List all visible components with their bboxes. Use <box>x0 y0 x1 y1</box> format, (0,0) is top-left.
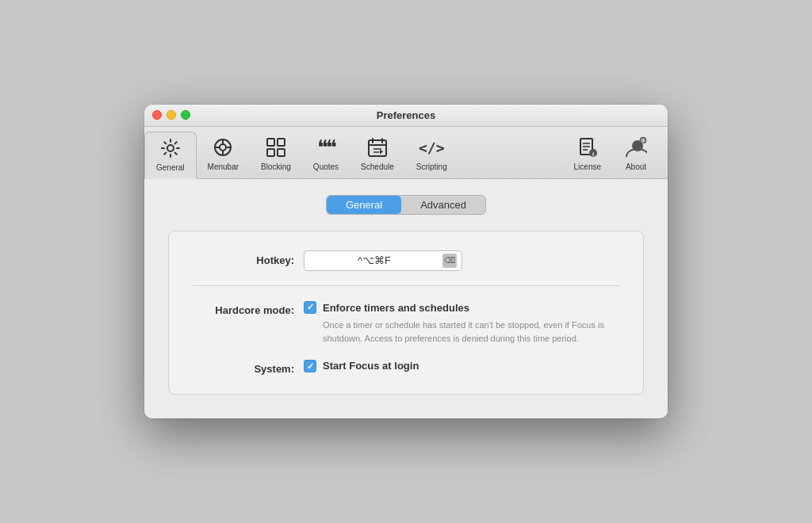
svg-text:i: i <box>592 151 594 158</box>
toolbar-item-menubar[interactable]: Menubar <box>197 132 250 178</box>
system-control: ✓ Start Focus at login <box>304 359 619 373</box>
blocking-icon <box>263 135 289 160</box>
hotkey-value: ^⌥⌘F <box>309 254 439 266</box>
toolbar-item-quotes[interactable]: ❝❝ Quotes <box>302 132 350 178</box>
hardcore-control: ✓ Enforce timers and schedules Once a ti… <box>304 300 619 345</box>
toolbar-item-license[interactable]: i License <box>563 132 612 178</box>
schedule-icon <box>365 135 390 160</box>
segment-control: General Advanced <box>168 195 644 215</box>
content-area: General Advanced Hotkey: ^⌥⌘F ⌫ <box>144 179 668 418</box>
svg-rect-11 <box>369 140 386 156</box>
traffic-lights <box>152 110 190 120</box>
general-icon <box>158 136 183 161</box>
svg-text:?: ? <box>642 139 645 144</box>
preferences-window: Preferences General <box>144 105 668 418</box>
quotes-icon: ❝❝ <box>313 135 339 160</box>
menubar-label: Menubar <box>208 162 239 171</box>
toolbar: General Menubar <box>144 127 668 179</box>
maximize-button[interactable] <box>181 110 190 120</box>
system-checkmark: ✓ <box>307 361 314 372</box>
hotkey-label: Hotkey: <box>193 250 304 266</box>
schedule-label: Schedule <box>361 162 394 171</box>
blocking-label: Blocking <box>261 162 291 171</box>
hotkey-clear-icon: ⌫ <box>444 256 455 265</box>
hardcore-checkbox-label: Enforce timers and schedules <box>323 302 469 314</box>
svg-rect-8 <box>278 139 285 146</box>
system-checkbox[interactable]: ✓ <box>304 360 316 372</box>
minimize-button[interactable] <box>167 110 176 120</box>
toolbar-item-schedule[interactable]: Schedule <box>350 132 405 178</box>
hotkey-clear-button[interactable]: ⌫ <box>442 254 457 268</box>
svg-point-0 <box>167 145 174 151</box>
license-icon: i <box>575 135 600 160</box>
svg-rect-9 <box>267 149 274 156</box>
quotes-label: Quotes <box>313 162 339 171</box>
close-button[interactable] <box>152 110 162 120</box>
hotkey-field[interactable]: ^⌥⌘F ⌫ <box>304 250 462 271</box>
about-label: About <box>626 162 646 171</box>
segment-advanced-button[interactable]: Advanced <box>401 196 485 214</box>
menubar-icon <box>210 135 236 160</box>
svg-rect-7 <box>267 139 274 146</box>
toolbar-item-general[interactable]: General <box>144 132 197 179</box>
hardcore-checkbox-row: ✓ Enforce timers and schedules Once a ti… <box>304 300 619 345</box>
about-icon: ? <box>623 135 649 160</box>
system-row: System: ✓ Start Focus at login <box>193 359 619 375</box>
hotkey-control: ^⌥⌘F ⌫ <box>304 250 619 271</box>
segment-control-inner: General Advanced <box>326 195 486 215</box>
segment-general-button[interactable]: General <box>327 196 401 214</box>
toolbar-left: General Menubar <box>144 132 563 178</box>
system-label: System: <box>193 359 304 375</box>
hotkey-row: Hotkey: ^⌥⌘F ⌫ <box>193 250 619 271</box>
svg-point-2 <box>220 144 226 151</box>
toolbar-item-blocking[interactable]: Blocking <box>250 132 302 178</box>
divider <box>193 285 619 286</box>
hardcore-row: Hardcore mode: ✓ Enforce timers and sche… <box>193 300 619 345</box>
scripting-icon: </> <box>419 135 444 160</box>
settings-panel: Hotkey: ^⌥⌘F ⌫ Hardcore mode: <box>168 231 644 395</box>
hardcore-label: Hardcore mode: <box>193 300 304 316</box>
window-title: Preferences <box>377 109 435 121</box>
toolbar-item-scripting[interactable]: </> Scripting <box>405 132 458 178</box>
hardcore-checkbox[interactable]: ✓ <box>304 301 316 314</box>
system-checkbox-row: ✓ Start Focus at login <box>304 359 619 373</box>
hardcore-description: Once a timer or schedule has started it … <box>323 319 619 345</box>
svg-rect-10 <box>278 149 285 156</box>
general-label: General <box>156 163 185 172</box>
toolbar-right: i License ? About <box>563 132 668 178</box>
license-label: License <box>574 162 601 171</box>
scripting-label: Scripting <box>416 162 447 171</box>
hardcore-checkmark: ✓ <box>307 302 314 312</box>
system-checkbox-label: Start Focus at login <box>323 359 419 373</box>
toolbar-item-about[interactable]: ? About <box>612 132 660 178</box>
hardcore-text-group: Enforce timers and schedules Once a time… <box>323 300 619 345</box>
titlebar: Preferences <box>144 105 668 127</box>
